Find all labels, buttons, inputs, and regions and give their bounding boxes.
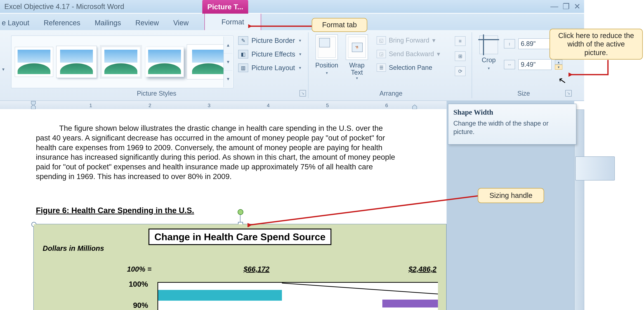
width-spin-up[interactable]: ▴ <box>555 60 562 64</box>
minimize-button[interactable]: — <box>550 2 558 11</box>
callout-format-tab: Format tab <box>312 18 367 32</box>
effects-icon: ◧ <box>238 50 248 58</box>
chart-total-2: $2,486,2 <box>408 265 436 273</box>
ruler-tick-5: 5 <box>326 102 329 108</box>
crop-label: Crop <box>482 56 496 64</box>
ribbon-tabstrip: e Layout References Mailings Review View… <box>0 14 584 30</box>
callout-width-spinner: Click here to reduce the width of the ac… <box>550 29 643 60</box>
document-area[interactable]: The figure shown below illustrates the d… <box>0 109 446 310</box>
style-thumb-3[interactable] <box>100 45 142 79</box>
ruler-tick-1: 1 <box>89 102 92 108</box>
svg-marker-1 <box>31 105 36 109</box>
shape-height-input[interactable]: 6.89" <box>518 38 552 49</box>
tooltip-body: Change the width of the shape or picture… <box>453 119 571 136</box>
group-button[interactable]: ⊞ <box>455 51 466 61</box>
dropdown-icon: ▾ <box>326 71 328 75</box>
tab-review[interactable]: Review <box>128 19 166 30</box>
gallery-more[interactable]: ▾ <box>224 70 232 87</box>
ruler-tick-3: 3 <box>208 102 210 108</box>
group-arrange: Position ▾ 🐕 Wrap Text ▾ ◱ Bring Forward… <box>310 32 472 98</box>
wrap-text-label: Wrap Text <box>349 62 364 76</box>
layout-icon: ▥ <box>238 64 248 72</box>
ribbon: ▾ ▴ ▾ ▾ ✎ Picture Border ▾ ◧ Picture Eff… <box>0 30 584 101</box>
picture-border-button[interactable]: ✎ Picture Border ▾ <box>238 36 301 45</box>
gallery-scroll: ▴ ▾ ▾ <box>224 36 232 87</box>
rotate-button[interactable]: ⟳ <box>455 66 466 76</box>
wrap-text-button[interactable]: 🐕 Wrap Text ▾ <box>344 34 370 80</box>
dropdown-icon: ▾ <box>299 52 301 57</box>
figure-caption: Figure 6: Health Care Spending in the U.… <box>36 206 194 215</box>
picture-styles-menu: ✎ Picture Border ▾ ◧ Picture Effects ▾ ▥… <box>238 36 301 72</box>
bring-forward-icon: ◱ <box>376 36 386 44</box>
body-paragraph: The figure shown below illustrates the d… <box>36 124 398 181</box>
chart-plot-area <box>158 282 438 310</box>
picture-styles-gallery[interactable]: ▴ ▾ ▾ <box>11 36 234 88</box>
height-icon: ↕ <box>504 39 515 48</box>
ruler-tick-6: 6 <box>385 102 388 108</box>
wrap-text-icon: 🐕 <box>346 34 368 60</box>
title-bar: Excel Objective 4.17 - Microsoft Word — … <box>0 0 584 13</box>
dropdown-icon: ▾ <box>488 66 490 71</box>
picture-border-label: Picture Border <box>252 37 295 44</box>
right-indent-marker[interactable] <box>412 100 418 110</box>
group-picture-styles: ▴ ▾ ▾ ✎ Picture Border ▾ ◧ Picture Effec… <box>5 32 308 98</box>
position-icon <box>316 34 338 60</box>
tab-references[interactable]: References <box>36 19 88 30</box>
selection-pane-button[interactable]: ☰ Selection Pane <box>376 64 440 72</box>
dropdown-icon: ▾ <box>432 36 436 44</box>
shape-width-input[interactable]: 9.49" <box>518 59 552 70</box>
chart-100pct-label: 100% = <box>127 265 152 273</box>
y-tick-100: 100% <box>129 280 148 288</box>
position-button[interactable]: Position ▾ <box>314 34 340 80</box>
width-icon: ↔ <box>504 60 515 69</box>
rotation-handle[interactable] <box>238 209 243 215</box>
ruler-tick-2: 2 <box>148 102 151 108</box>
picture-effects-button[interactable]: ◧ Picture Effects ▾ <box>238 50 301 58</box>
shape-width-row: ↔ 9.49" ▴ ▾ <box>504 59 562 70</box>
tab-mailings[interactable]: Mailings <box>88 19 128 30</box>
contextual-tab-picture-tools[interactable]: Picture T... <box>202 0 248 14</box>
window-title: Excel Objective 4.17 - Microsoft Word <box>4 2 124 10</box>
picture-layout-button[interactable]: ▥ Picture Layout ▾ <box>238 64 301 72</box>
crop-icon <box>479 36 498 54</box>
picture-effects-label: Picture Effects <box>252 50 295 58</box>
bring-forward-label: Bring Forward <box>389 36 429 44</box>
group-label-size: Size <box>474 90 574 97</box>
width-spin-down[interactable]: ▾ <box>555 64 562 70</box>
picture-styles-dialog-launcher[interactable]: ↘ <box>300 90 306 96</box>
scrollbar-thumb[interactable] <box>575 156 615 180</box>
tooltip-shape-width: Shape Width Change the width of the shap… <box>448 104 576 144</box>
left-indent-marker[interactable] <box>30 100 36 110</box>
size-dialog-launcher[interactable]: ↘ <box>565 90 572 96</box>
dropdown-icon: ▾ <box>299 65 301 70</box>
chart-title: Change in Health Care Spend Source <box>148 228 332 245</box>
maximize-button[interactable]: ❐ <box>562 2 570 11</box>
gallery-scroll-up[interactable]: ▴ <box>224 36 232 54</box>
selection-pane-label: Selection Pane <box>389 64 432 72</box>
group-label-arrange: Arrange <box>310 90 472 97</box>
tooltip-title: Shape Width <box>453 108 571 116</box>
close-button[interactable]: ✕ <box>574 2 580 11</box>
position-label: Position <box>315 62 338 69</box>
send-backward-icon: ◲ <box>376 50 386 58</box>
style-thumb-4[interactable] <box>145 47 184 77</box>
gallery-scroll-down[interactable]: ▾ <box>224 54 232 70</box>
bring-forward-button[interactable]: ◱ Bring Forward ▾ <box>376 36 440 44</box>
selected-picture[interactable]: Change in Health Care Spend Source Dolla… <box>33 224 446 310</box>
group-label-picture-styles: Picture Styles <box>5 90 308 97</box>
crop-button[interactable]: Crop ▾ <box>477 36 500 71</box>
horizontal-ruler[interactable]: 1 2 3 4 5 6 <box>0 100 446 110</box>
chart-subtitle: Dollars in Millions <box>43 244 104 252</box>
y-tick-90: 90% <box>133 301 148 310</box>
style-thumb-1[interactable] <box>15 47 53 77</box>
align-button[interactable]: ≡ <box>455 36 466 46</box>
tab-page-layout[interactable]: e Layout <box>0 19 36 30</box>
tab-view[interactable]: View <box>166 19 196 30</box>
body-paragraph-text: The figure shown below illustrates the d… <box>36 124 395 181</box>
chart-total-1: $66,172 <box>244 265 270 273</box>
style-thumb-2[interactable] <box>56 46 96 78</box>
svg-marker-2 <box>412 105 417 109</box>
send-backward-button[interactable]: ◲ Send Backward ▾ <box>376 50 440 58</box>
selection-pane-icon: ☰ <box>376 64 386 72</box>
width-spinner: ▴ ▾ <box>555 60 562 70</box>
